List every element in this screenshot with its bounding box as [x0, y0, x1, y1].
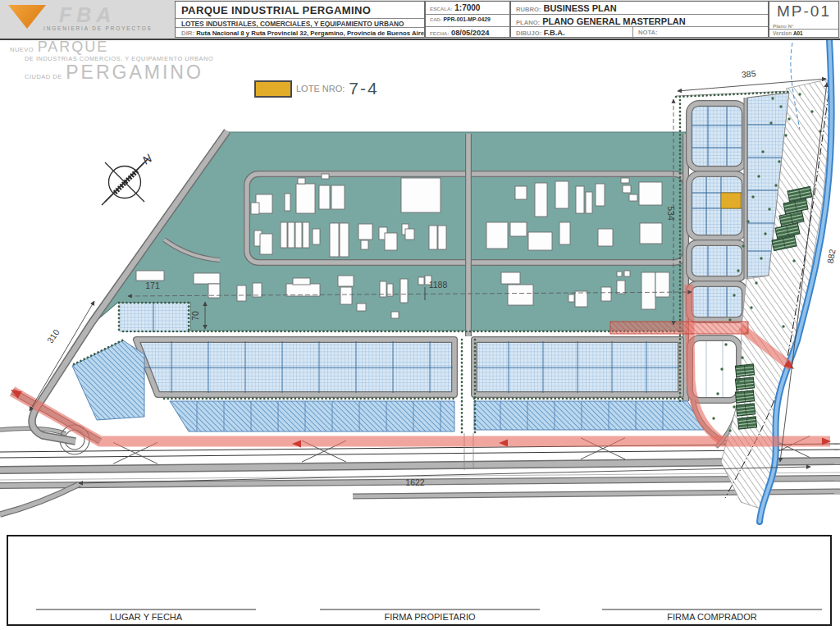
building	[528, 232, 552, 250]
tree-dot	[741, 356, 743, 358]
tree-dot	[782, 325, 784, 327]
building	[281, 222, 287, 248]
date-row: FECHA: 08/05/2024	[426, 26, 509, 39]
drawing-sheet: 385 534 882 171 1188 70 310 1622 N FBA I…	[0, 0, 840, 630]
project-address: DIR: Ruta Nacional 8 y Ruta Provincial 3…	[176, 27, 424, 37]
tree-dot	[742, 244, 744, 247]
tree-dot	[751, 195, 754, 198]
building	[555, 181, 568, 208]
building	[313, 229, 320, 244]
tree-dot	[774, 184, 777, 186]
building	[237, 285, 246, 301]
tree-dot	[720, 368, 723, 370]
tree-dot	[764, 232, 766, 235]
tree-dot	[724, 343, 727, 345]
tree-dot	[737, 269, 739, 272]
nota-row: NOTA:	[632, 27, 768, 39]
building	[401, 178, 441, 212]
company-name: FBA	[59, 3, 116, 27]
signature-line	[602, 609, 822, 610]
building	[641, 272, 655, 309]
tree-dot	[746, 220, 749, 222]
sheet-code: MP-01	[769, 2, 838, 21]
tree-dot	[733, 294, 735, 296]
dim-70: 70	[190, 311, 200, 321]
signature-label-buyer: FIRMA COMPRADOR	[602, 612, 822, 622]
building	[575, 291, 587, 307]
tree-dot	[760, 257, 762, 259]
tree-dot	[728, 318, 731, 321]
tree-dot	[779, 105, 782, 107]
building	[655, 272, 669, 297]
building	[288, 222, 294, 248]
building	[260, 234, 272, 254]
building	[535, 183, 547, 217]
building	[418, 277, 424, 285]
building	[596, 184, 605, 206]
building	[358, 224, 372, 240]
building	[331, 185, 345, 209]
dim-882: 882	[825, 248, 838, 263]
dim-1188: 1188	[429, 280, 448, 290]
building	[586, 192, 592, 213]
industrial-area	[95, 132, 686, 331]
building	[621, 178, 629, 183]
title-block: FBA INGENIERIA DE PROYECTOS PARQUE INDUS…	[0, 0, 840, 40]
tree-dot	[769, 121, 772, 124]
reserved-lot	[119, 303, 189, 332]
building	[515, 186, 527, 199]
building	[400, 279, 408, 303]
building	[340, 223, 349, 257]
building	[385, 233, 397, 250]
dim-385: 385	[741, 68, 756, 79]
plano-row: PLANO: PLANO GENERAL MASTERPLAN	[511, 14, 768, 26]
tree-dot	[728, 429, 731, 431]
building	[640, 223, 662, 244]
building	[253, 283, 262, 297]
building	[639, 182, 662, 205]
sheet-code-cell: MP-01 Plano N° Version A01	[769, 1, 839, 38]
tree-dot	[761, 150, 764, 153]
building	[617, 272, 622, 276]
lot-legend-label: LOTE NRO:	[296, 84, 345, 94]
cad-row: CAD: PPR-001-MP-0429	[426, 14, 509, 26]
building	[598, 229, 613, 246]
building	[623, 185, 631, 193]
dim-534: 534	[666, 206, 676, 221]
building	[508, 285, 533, 305]
tree-dot	[778, 160, 780, 162]
tree-dot	[716, 392, 719, 395]
building	[293, 278, 310, 285]
project-subtitle: LOTES INDUSTRIALES, COMERCIALES, Y EQUIP…	[176, 18, 424, 27]
tree-dot	[784, 134, 787, 136]
building	[576, 186, 584, 213]
building	[194, 273, 220, 284]
tree-dot	[798, 93, 801, 95]
tree-dot	[750, 306, 752, 308]
project-title: PARQUE INDUSTRIAL PERGAMINO	[176, 2, 424, 18]
company-logo-icon	[8, 5, 46, 29]
green-building	[736, 404, 755, 416]
building	[322, 174, 329, 179]
tree-dot	[733, 405, 735, 408]
building	[405, 229, 414, 240]
building	[501, 272, 520, 284]
building	[438, 226, 446, 249]
signature-line	[320, 609, 540, 610]
sheet-number-label: Plano N°	[773, 23, 794, 29]
building	[340, 287, 352, 304]
highlighted-lot-7-4	[721, 193, 741, 208]
tree-dot	[768, 208, 770, 210]
project-cell: PARQUE INDUSTRIAL PERGAMINO LOTES INDUST…	[175, 1, 425, 38]
tree-dot	[712, 417, 714, 419]
dim-171: 171	[145, 281, 160, 290]
building	[629, 194, 637, 201]
tree-dot	[757, 175, 760, 177]
building	[136, 271, 164, 281]
green-building	[735, 377, 754, 390]
building	[286, 284, 320, 296]
lot-color-swatch	[254, 80, 292, 98]
building	[391, 312, 399, 318]
tree-dot	[755, 281, 757, 284]
tree-dot	[788, 117, 790, 120]
